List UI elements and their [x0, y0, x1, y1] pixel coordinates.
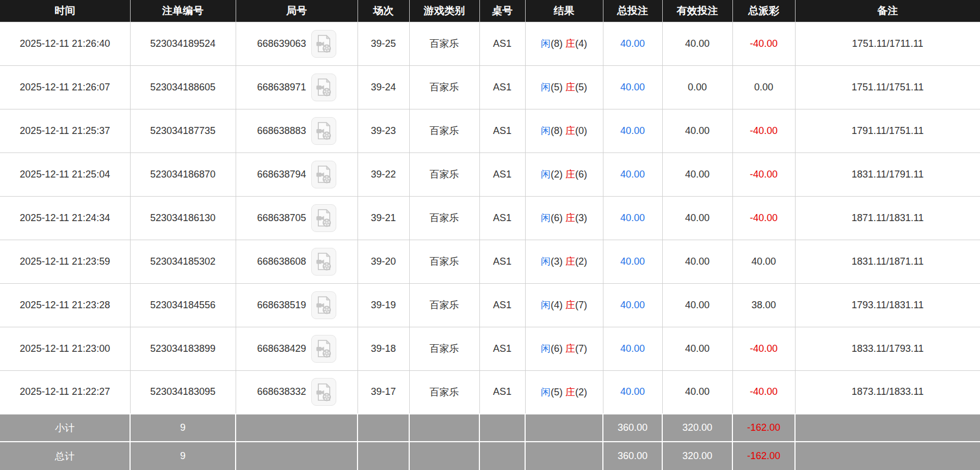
subtotal-label: 小计: [0, 414, 130, 442]
video-replay-button[interactable]: [311, 161, 336, 188]
result-player-score: (5): [551, 82, 563, 93]
cell-bet-id: 523034183899: [130, 327, 236, 370]
cell-bet-id: 523034188605: [130, 65, 236, 109]
cell-game-type: 百家乐: [409, 283, 479, 327]
video-replay-button[interactable]: [311, 335, 336, 363]
cell-time: 2025-12-11 21:23:28: [0, 283, 130, 327]
cell-table-no: AS1: [479, 22, 525, 65]
cell-time: 2025-12-11 21:24:34: [0, 196, 130, 240]
cell-table-no: AS1: [479, 196, 525, 240]
video-file-icon: [316, 78, 332, 96]
cell-time: 2025-12-11 21:26:40: [0, 22, 130, 65]
result-player-score: (8): [551, 38, 563, 49]
subtotal-empty-cell: [358, 414, 409, 442]
cell-result: 闲(5) 庄(2): [525, 370, 603, 414]
grandtotal-empty-cell: [409, 442, 479, 470]
result-banker-label: 庄: [565, 82, 575, 93]
cell-game-type: 百家乐: [409, 109, 479, 152]
grandtotal-payout: -162.00: [732, 442, 795, 470]
result-banker-score: (3): [575, 212, 587, 223]
cell-round-id: 668638519: [236, 283, 358, 327]
table-row: 2025-12-11 21:25:37 523034187735 6686388…: [0, 109, 980, 152]
result-banker-label: 庄: [565, 387, 575, 398]
header-payout: 总派彩: [732, 0, 795, 22]
cell-payout: -40.00: [732, 109, 795, 152]
cell-session: 39-20: [358, 240, 409, 283]
cell-session: 39-24: [358, 65, 409, 109]
video-replay-button[interactable]: [311, 291, 336, 319]
cell-session: 39-19: [358, 283, 409, 327]
result-player-score: (3): [551, 256, 563, 267]
cell-round-id: 668638429: [236, 327, 358, 370]
cell-payout: -40.00: [732, 370, 795, 414]
cell-game-type: 百家乐: [409, 196, 479, 240]
grandtotal-total-bet: 360.00: [603, 442, 662, 470]
cell-total-bet: 40.00: [603, 196, 662, 240]
video-replay-button[interactable]: [311, 74, 336, 101]
video-file-icon: [316, 209, 332, 227]
grandtotal-empty-cell: [795, 442, 980, 470]
grandtotal-empty-cell: [525, 442, 603, 470]
video-replay-button[interactable]: [311, 30, 336, 58]
table-row: 2025-12-11 21:25:04 523034186870 6686387…: [0, 152, 980, 196]
grandtotal-valid-bet: 320.00: [662, 442, 732, 470]
video-replay-button[interactable]: [311, 248, 336, 276]
video-file-icon: [316, 34, 332, 53]
subtotal-empty-cell: [795, 414, 980, 442]
cell-table-no: AS1: [479, 327, 525, 370]
cell-total-bet: 40.00: [603, 152, 662, 196]
result-player-score: (6): [551, 343, 563, 354]
cell-total-bet: 40.00: [603, 283, 662, 327]
cell-total-bet: 40.00: [603, 327, 662, 370]
cell-table-no: AS1: [479, 240, 525, 283]
result-player-score: (8): [551, 125, 563, 136]
header-remark: 备注: [795, 0, 980, 22]
cell-session: 39-23: [358, 109, 409, 152]
cell-time: 2025-12-11 21:22:27: [0, 370, 130, 414]
cell-valid-bet: 40.00: [662, 240, 732, 283]
video-replay-button[interactable]: [311, 378, 336, 406]
cell-table-no: AS1: [479, 109, 525, 152]
table-footer: 小计 9 360.00 320.00 -162.00 总计 9 360.00 3…: [0, 414, 980, 470]
cell-valid-bet: 40.00: [662, 152, 732, 196]
cell-bet-id: 523034189524: [130, 22, 236, 65]
table-body: 2025-12-11 21:26:40 523034189524 6686390…: [0, 22, 980, 414]
cell-payout: -40.00: [732, 196, 795, 240]
cell-bet-id: 523034187735: [130, 109, 236, 152]
video-replay-button[interactable]: [311, 204, 336, 232]
cell-remark: 1793.11/1831.11: [795, 283, 980, 327]
cell-valid-bet: 40.00: [662, 109, 732, 152]
result-banker-score: (5): [575, 82, 587, 93]
cell-result: 闲(8) 庄(0): [525, 109, 603, 152]
cell-valid-bet: 40.00: [662, 196, 732, 240]
bet-records-table: 时间 注单编号 局号 场次 游戏类别 桌号 结果 总投注 有效投注 总派彩 备注…: [0, 0, 980, 470]
video-file-icon: [316, 339, 332, 358]
table-row: 2025-12-11 21:23:28 523034184556 6686385…: [0, 283, 980, 327]
cell-valid-bet: 40.00: [662, 22, 732, 65]
round-id-text: 668638332: [257, 386, 306, 398]
video-replay-button[interactable]: [311, 117, 336, 145]
cell-bet-id: 523034186130: [130, 196, 236, 240]
cell-valid-bet: 0.00: [662, 65, 732, 109]
round-id-text: 668638429: [257, 343, 306, 355]
table-row: 2025-12-11 21:23:00 523034183899 6686384…: [0, 327, 980, 370]
grandtotal-empty-cell: [236, 442, 358, 470]
cell-round-id: 668638883: [236, 109, 358, 152]
video-file-icon: [316, 296, 332, 314]
round-id-text: 668639063: [257, 38, 306, 50]
cell-total-bet: 40.00: [603, 22, 662, 65]
round-id-text: 668638794: [257, 169, 306, 180]
table-row: 2025-12-11 21:26:40 523034189524 6686390…: [0, 22, 980, 65]
video-file-icon: [316, 165, 332, 184]
video-file-icon: [316, 121, 332, 140]
cell-game-type: 百家乐: [409, 22, 479, 65]
result-player-score: (4): [551, 300, 563, 310]
cell-result: 闲(6) 庄(3): [525, 196, 603, 240]
result-banker-score: (4): [575, 38, 587, 49]
result-banker-label: 庄: [565, 343, 575, 354]
result-banker-score: (7): [575, 343, 587, 354]
header-game-type: 游戏类别: [409, 0, 479, 22]
cell-result: 闲(5) 庄(5): [525, 65, 603, 109]
cell-session: 39-21: [358, 196, 409, 240]
result-banker-label: 庄: [565, 256, 575, 267]
